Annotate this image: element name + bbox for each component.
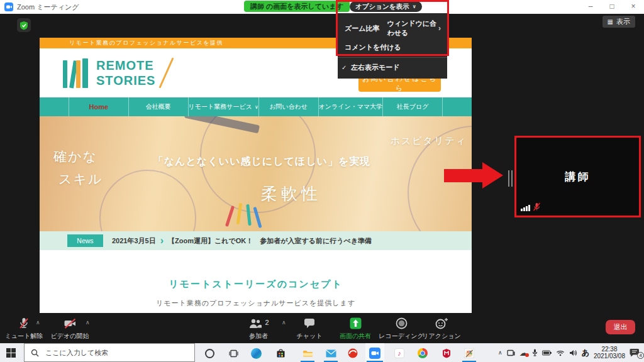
security-shield-icon[interactable] <box>17 18 31 32</box>
participants-label: 参加者 <box>249 332 268 341</box>
video-button[interactable]: ビデオの開始 <box>49 317 91 341</box>
zoom-taskbar-icon[interactable] <box>369 348 380 359</box>
system-tray: ∧ ☁ あ 22:38 2021/03/08 4 <box>498 343 641 362</box>
nav-item-home[interactable]: Home <box>69 97 128 116</box>
check-icon: ✓ <box>341 64 347 71</box>
search-icon <box>31 349 39 357</box>
annotation-arrow-head <box>482 162 503 189</box>
muted-mic-icon <box>533 202 541 211</box>
participant-name: 講師 <box>565 170 591 184</box>
taskbar-search[interactable] <box>24 343 195 362</box>
site-logo[interactable]: REMOTE STORIES <box>63 56 167 90</box>
zoom-ratio-label: ズーム比率 <box>345 24 380 33</box>
file-explorer-icon[interactable] <box>302 348 313 359</box>
mic-muted-icon <box>18 317 30 329</box>
participants-icon: 2 <box>248 317 269 329</box>
participant-video-tile[interactable]: 講師 <box>514 136 641 217</box>
chrome-icon[interactable] <box>417 348 428 359</box>
participant-indicators <box>521 202 541 211</box>
cortana-icon[interactable] <box>204 348 215 359</box>
ime-indicator[interactable]: あ <box>582 348 589 358</box>
wifi-icon[interactable] <box>556 349 565 356</box>
view-button[interactable]: ▦ 表示 <box>602 16 635 28</box>
news-bar: News 2021年3月5日 › 【Zoom運用】これでOK！ 参加者が入室する… <box>40 231 472 250</box>
leave-button[interactable]: 退出 <box>606 320 635 334</box>
share-screen-button[interactable]: 画面の共有 <box>332 317 379 341</box>
video-options-chevron[interactable]: ∧ <box>86 319 90 326</box>
options-menu-button[interactable]: オプションを表示 ∨ <box>350 1 422 12</box>
mute-options-chevron[interactable]: ∧ <box>36 319 40 326</box>
edge-icon[interactable] <box>250 348 262 359</box>
share-screen-icon <box>350 317 362 329</box>
site-nav: Home 会社概要 リモート業務サービス ∨ お問い合わせ オンライン・ママ大学… <box>40 97 472 116</box>
grid-icon: ▦ <box>608 18 613 25</box>
panel-divider-handle[interactable] <box>508 170 513 187</box>
chevron-down-icon: ∨ <box>412 4 416 9</box>
nav-item-company[interactable]: 会社概要 <box>128 97 188 116</box>
zoom-ratio-value: ウィンドウに合わせる <box>387 19 438 38</box>
task-view-icon[interactable] <box>228 348 239 359</box>
logo-slash <box>159 58 174 89</box>
video-label: ビデオの開始 <box>51 332 89 341</box>
hero-decoration <box>225 206 235 227</box>
options-button-label: オプションを表示 <box>355 3 409 11</box>
zoom-meeting-window: Zoom ミーティング – □ × 講師 の画面を表示しています オプションを表… <box>0 0 644 362</box>
view-button-label: 表示 <box>616 17 630 26</box>
chat-icon <box>303 317 316 329</box>
participants-button[interactable]: 2 参加者 <box>236 317 280 341</box>
screen-share-banner: 講師 の画面を表示しています <box>244 1 350 12</box>
participants-count: 2 <box>265 319 269 326</box>
volume-icon[interactable] <box>569 349 577 356</box>
itunes-icon[interactable]: ♪ <box>394 348 405 359</box>
menu-item-side-by-side[interactable]: ✓ 左右表示モード <box>338 60 447 75</box>
minimize-button[interactable]: – <box>580 0 601 14</box>
tray-time: 22:38 <box>594 346 625 353</box>
news-title[interactable]: 【Zoom運用】これでOK！ 参加者が入室する前に行うべき準備 <box>168 236 372 246</box>
participants-options-chevron[interactable]: ∧ <box>282 319 286 326</box>
chat-button[interactable]: チャット <box>291 317 328 341</box>
hero-banner: 確かな スキル 「なんとなくいい感じにしてほしい」を実現 柔軟性 ホスピタリティ <box>40 116 472 231</box>
menu-item-annotate[interactable]: コメントを付ける <box>338 40 447 55</box>
concept-section: リモートストーリーズのコンセプト リモート業務のプロフェッショナルサービスを提供… <box>40 250 472 313</box>
tray-clock[interactable]: 22:38 2021/03/08 <box>594 346 625 360</box>
nav-item-mama-univ[interactable]: オンライン・ママ大学 <box>318 97 383 116</box>
notification-count-badge: 4 <box>637 352 644 359</box>
start-button[interactable] <box>6 348 16 360</box>
nav-item-contact[interactable]: お問い合わせ <box>258 97 318 116</box>
record-label: レコーディング <box>379 332 423 341</box>
tray-mic-icon[interactable] <box>532 349 538 356</box>
hero-text-hospitality: ホスピタリティ <box>391 135 467 147</box>
store-icon[interactable] <box>275 348 286 359</box>
books-icon <box>63 56 91 90</box>
news-badge[interactable]: News <box>67 234 103 247</box>
mute-label: ミュート解除 <box>5 332 43 341</box>
menu-item-zoom-ratio[interactable]: ズーム比率 ウィンドウに合わせる › <box>338 16 447 40</box>
reactions-button[interactable]: リアクション <box>418 317 465 341</box>
music-note-icon: ♪ <box>397 349 401 357</box>
hidden-icons-chevron[interactable]: ∧ <box>498 349 502 356</box>
hero-text-skill-2: スキル <box>58 170 103 188</box>
concept-subtext: リモート業務のプロフェッショナルサービスを提供します <box>40 299 472 308</box>
tray-window-icon[interactable] <box>507 349 515 356</box>
close-button[interactable]: × <box>623 0 644 14</box>
nav-services-label: リモート業務サービス <box>189 102 252 111</box>
submenu-arrow-icon: › <box>438 24 441 33</box>
battery-icon[interactable] <box>542 350 552 356</box>
trend-micro-icon[interactable] <box>347 348 358 359</box>
mcafee-icon[interactable] <box>441 348 452 359</box>
onedrive-cloud-icon[interactable]: ☁ <box>519 349 528 357</box>
paint-icon[interactable] <box>464 348 475 359</box>
nav-item-blog[interactable]: 社長ブログ <box>382 97 443 116</box>
options-dropdown-menu: ズーム比率 ウィンドウに合わせる › コメントを付ける ✓ 左右表示モード <box>338 13 447 79</box>
hero-decoration <box>99 170 196 231</box>
windows-logo-icon <box>6 348 16 358</box>
search-input[interactable] <box>44 348 172 357</box>
maximize-button[interactable]: □ <box>601 0 623 14</box>
side-by-side-label: 左右表示モード <box>351 63 400 72</box>
notification-center-icon[interactable]: 4 <box>630 348 641 358</box>
hero-headline: 「なんとなくいい感じにしてほしい」を実現 <box>65 155 459 168</box>
window-title: Zoom ミーティング <box>17 3 79 12</box>
tray-date: 2021/03/08 <box>594 353 625 360</box>
nav-item-services[interactable]: リモート業務サービス ∨ <box>188 97 258 116</box>
mail-icon[interactable] <box>325 348 336 359</box>
